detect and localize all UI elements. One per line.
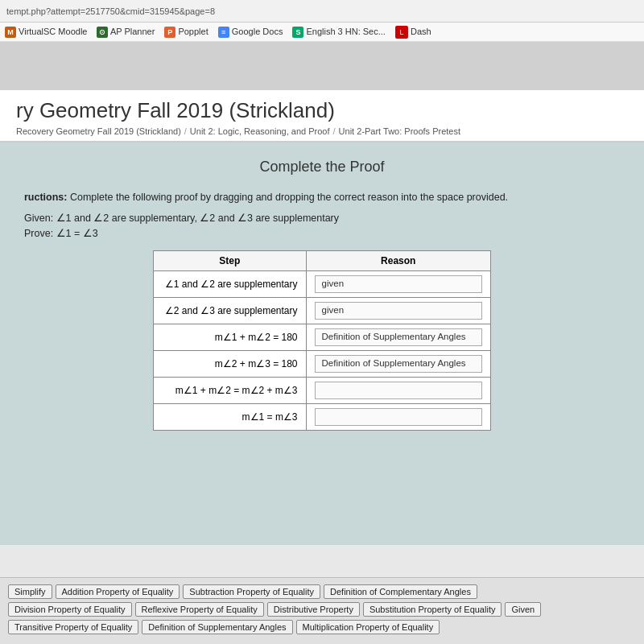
ap-icon: ⊙	[97, 27, 108, 38]
step-cell: m∠1 = m∠3	[154, 403, 307, 430]
instructions-label: ructions:	[24, 192, 67, 203]
option-tag[interactable]: Multiplication Property of Equality	[296, 620, 440, 634]
tab-dash[interactable]: L Dash	[395, 26, 431, 39]
page-title: ry Geometry Fall 2019 (Strickland)	[16, 98, 628, 123]
instructions-body: Complete the following proof by dragging…	[70, 192, 508, 203]
gdocs-label: Google Docs	[232, 27, 283, 36]
instructions-text: ructions: Complete the following proof b…	[24, 190, 620, 205]
option-tag[interactable]: Reflexive Property of Equality	[135, 602, 264, 617]
option-tag[interactable]: Definition of Supplementary Angles	[142, 620, 292, 634]
options-row-1: SimplifyAddition Property of EqualitySub…	[8, 584, 636, 599]
tab-popplet[interactable]: P Popplet	[164, 27, 208, 38]
reason-box: given	[315, 302, 482, 320]
table-row: m∠2 + m∠3 = 180Definition of Supplementa…	[154, 350, 491, 377]
gdocs-icon: ≡	[218, 27, 229, 38]
tab-ap-planner[interactable]: ⊙ AP Planner	[97, 27, 155, 38]
breadcrumb-item-2[interactable]: Unit 2: Logic, Reasoning, and Proof	[190, 126, 330, 136]
step-cell: m∠2 + m∠3 = 180	[154, 350, 307, 377]
option-tag[interactable]: Transitive Property of Equality	[8, 620, 138, 634]
page-title-area: ry Geometry Fall 2019 (Strickland) Recov…	[0, 90, 644, 141]
moodle-icon: M	[5, 27, 16, 38]
table-row: m∠1 + m∠2 = m∠2 + m∠3	[154, 377, 491, 403]
popplet-icon: P	[164, 27, 175, 38]
breadcrumb-sep-2: /	[333, 126, 336, 136]
options-area: SimplifyAddition Property of EqualitySub…	[0, 577, 644, 644]
step-header: Step	[154, 250, 307, 270]
tab-virtualmoodle[interactable]: M VirtualSC Moodle	[5, 27, 87, 38]
breadcrumb-item-1[interactable]: Recovery Geometry Fall 2019 (Strickland)	[16, 126, 181, 136]
gray-divider	[0, 42, 644, 90]
option-tag[interactable]: Given	[505, 602, 541, 617]
tab-english[interactable]: S English 3 HN: Sec...	[292, 27, 386, 38]
options-row-3: Transitive Property of EqualityDefinitio…	[8, 620, 636, 634]
reason-cell: Definition of Supplementary Angles	[306, 350, 490, 377]
proof-table: Step Reason ∠1 and ∠2 are supplementaryg…	[153, 250, 491, 431]
option-tag[interactable]: Addition Property of Equality	[56, 584, 180, 599]
tab-google-docs[interactable]: ≡ Google Docs	[218, 27, 283, 38]
reason-cell: given	[306, 297, 490, 324]
given-text: Given: ∠1 and ∠2 are supplementary, ∠2 a…	[24, 212, 620, 224]
proof-heading: Complete the Proof	[24, 159, 620, 175]
table-row: ∠2 and ∠3 are supplementarygiven	[154, 297, 491, 324]
option-tag[interactable]: Subtraction Property of Equality	[183, 584, 320, 599]
reason-box: given	[315, 275, 482, 293]
step-cell: m∠1 + m∠2 = m∠2 + m∠3	[154, 377, 307, 403]
table-row: m∠1 + m∠2 = 180Definition of Supplementa…	[154, 324, 491, 350]
reason-header: Reason	[306, 250, 490, 270]
url-bar[interactable]: tempt.php?attempt=2517750&cmid=315945&pa…	[6, 6, 215, 16]
step-cell: ∠1 and ∠2 are supplementary	[154, 270, 307, 297]
reason-cell: given	[306, 270, 490, 297]
browser-bar: tempt.php?attempt=2517750&cmid=315945&pa…	[0, 0, 644, 23]
reason-box: Definition of Supplementary Angles	[315, 355, 482, 373]
reason-box[interactable]	[315, 382, 482, 399]
breadcrumb-item-3[interactable]: Unit 2-Part Two: Proofs Pretest	[339, 126, 460, 136]
reason-box[interactable]	[315, 408, 482, 426]
proof-table-wrapper: Step Reason ∠1 and ∠2 are supplementaryg…	[24, 250, 620, 431]
reason-cell[interactable]	[306, 403, 490, 430]
option-tag[interactable]: Simplify	[8, 584, 52, 599]
option-tag[interactable]: Distributive Property	[267, 602, 360, 617]
option-tag[interactable]: Definition of Complementary Angles	[324, 584, 477, 599]
options-row-2: Division Property of EqualityReflexive P…	[8, 602, 636, 617]
reason-box: Definition of Supplementary Angles	[315, 328, 482, 346]
main-content: Complete the Proof ructions: Complete th…	[0, 142, 644, 545]
reason-cell: Definition of Supplementary Angles	[306, 324, 490, 350]
bookmarks-bar: M VirtualSC Moodle ⊙ AP Planner P Popple…	[0, 23, 644, 42]
option-tag[interactable]: Division Property of Equality	[8, 602, 132, 617]
reason-cell[interactable]	[306, 377, 490, 403]
option-tag[interactable]: Substitution Property of Equality	[363, 602, 502, 617]
english-icon: S	[292, 27, 303, 38]
breadcrumb: Recovery Geometry Fall 2019 (Strickland)…	[16, 126, 628, 136]
dash-icon: L	[395, 26, 408, 39]
step-cell: ∠2 and ∠3 are supplementary	[154, 297, 307, 324]
prove-text: Prove: ∠1 = ∠3	[24, 227, 620, 239]
table-row: ∠1 and ∠2 are supplementarygiven	[154, 270, 491, 297]
breadcrumb-sep-1: /	[184, 126, 187, 136]
table-row: m∠1 = m∠3	[154, 403, 491, 430]
step-cell: m∠1 + m∠2 = 180	[154, 324, 307, 350]
